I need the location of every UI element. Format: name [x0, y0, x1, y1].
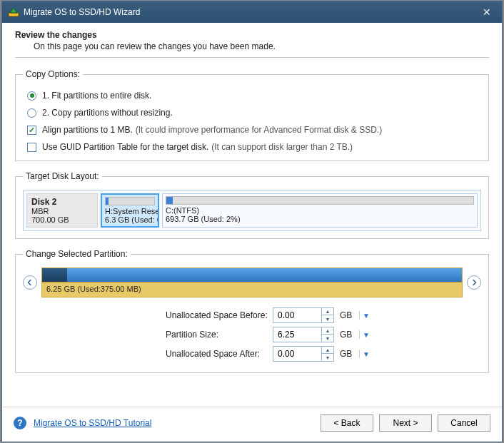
unallocated-before-field[interactable] — [273, 307, 321, 323]
copy-without-resize-label: 2. Copy partitions without resizing. — [42, 108, 173, 118]
titlebar[interactable]: Migrate OS to SSD/HD Wizard × — [2, 1, 502, 23]
wizard-window: Migrate OS to SSD/HD Wizard × Review the… — [1, 1, 503, 442]
spinner[interactable]: ▲▼ — [321, 346, 334, 362]
footer: ? Migrate OS to SSD/HD Tutorial < Back N… — [2, 407, 502, 442]
selected-partition-summary: 6.25 GB (Used:375.00 MB) — [42, 282, 462, 295]
spin-up-icon[interactable]: ▲ — [322, 347, 333, 354]
unallocated-after-row: Unallocated Space After: ▲▼ GB ▼ — [23, 346, 481, 362]
checkbox-icon[interactable] — [27, 143, 36, 152]
gpt-note: (It can support disk larger than 2 TB.) — [211, 142, 353, 152]
partition-size-field[interactable] — [273, 327, 321, 342]
page-title: Review the changes — [15, 30, 489, 40]
chevron-right-icon — [471, 280, 477, 285]
spin-down-icon[interactable]: ▼ — [322, 354, 333, 361]
chevron-left-icon — [27, 280, 33, 285]
change-partition-group: Change Selected Partition: 6.25 GB (Used… — [15, 249, 489, 373]
partition-size: 693.7 GB (Used: 2%) — [166, 215, 474, 223]
used-region — [42, 268, 67, 282]
next-partition-button[interactable] — [467, 275, 481, 290]
unallocated-after-input[interactable]: ▲▼ — [273, 346, 334, 362]
unit-label: GB — [340, 349, 352, 359]
radio-icon[interactable] — [27, 108, 36, 118]
change-partition-legend: Change Selected Partition: — [23, 249, 131, 259]
fit-partitions-option[interactable]: 1. Fit partitions to entire disk. — [27, 91, 481, 101]
copy-options-legend: Copy Options: — [23, 69, 83, 79]
unit-dropdown[interactable]: ▼ — [359, 311, 368, 320]
unit-dropdown[interactable]: ▼ — [359, 330, 368, 339]
cancel-button[interactable]: Cancel — [438, 414, 490, 432]
disk-info: Disk 2 MBR 700.00 GB — [26, 193, 98, 228]
disk-size: 700.00 GB — [31, 215, 93, 224]
unallocated-before-label: Unallocated Space Before: — [166, 310, 273, 320]
spinner[interactable]: ▲▼ — [321, 327, 334, 342]
gpt-label: Use GUID Partition Table for the target … — [42, 142, 208, 152]
wizard-buttons: < Back Next > Cancel — [321, 414, 490, 432]
unallocated-after-label: Unallocated Space After: — [166, 349, 273, 359]
align-partitions-note: (It could improve performance for Advanc… — [136, 125, 382, 135]
page-subtitle: On this page you can review the changes … — [34, 41, 489, 51]
disk-name: Disk 2 — [31, 197, 93, 207]
partition-h-system-reserved[interactable]: H:System Reserved 6.3 GB (Used: 6%) — [101, 193, 159, 228]
partition-bar[interactable] — [42, 268, 462, 282]
radio-icon[interactable] — [27, 91, 36, 101]
content-area: Review the changes On this page you can … — [2, 23, 502, 407]
partition-size-label: Partition Size: — [166, 330, 273, 340]
svg-rect-0 — [9, 13, 19, 16]
divider — [15, 57, 489, 58]
tutorial-link[interactable]: Migrate OS to SSD/HD Tutorial — [34, 418, 151, 428]
target-disk-legend: Target Disk Layout: — [23, 171, 102, 181]
prev-partition-button[interactable] — [23, 275, 37, 290]
unit-dropdown[interactable]: ▼ — [359, 350, 368, 358]
unallocated-after-field[interactable] — [273, 346, 321, 362]
spin-down-icon[interactable]: ▼ — [322, 315, 333, 322]
disk-scheme: MBR — [31, 207, 93, 215]
target-disk-layout-group: Target Disk Layout: Disk 2 MBR 700.00 GB… — [15, 171, 489, 239]
copy-without-resize-option[interactable]: 2. Copy partitions without resizing. — [27, 108, 481, 118]
spinner[interactable]: ▲▼ — [321, 307, 334, 323]
unit-label: GB — [340, 330, 352, 340]
spin-up-icon[interactable]: ▲ — [322, 327, 333, 335]
align-partitions-option[interactable]: ✓ Align partitions to 1 MB. (It could im… — [27, 125, 481, 135]
spin-up-icon[interactable]: ▲ — [322, 308, 333, 315]
partition-size-input[interactable]: ▲▼ — [273, 327, 334, 342]
usage-bar — [105, 197, 155, 205]
partition-selector: 6.25 GB (Used:375.00 MB) — [23, 268, 481, 297]
window-title: Migrate OS to SSD/HD Wizard — [24, 7, 140, 17]
app-icon — [8, 6, 19, 18]
partition-label: C:(NTFS) — [166, 206, 474, 215]
help-icon[interactable]: ? — [14, 417, 26, 429]
close-icon[interactable]: × — [477, 4, 496, 21]
disk-layout-row: Disk 2 MBR 700.00 GB H:System Reserved 6… — [23, 190, 481, 231]
unallocated-before-row: Unallocated Space Before: ▲▼ GB ▼ — [23, 307, 481, 323]
partition-size: 6.3 GB (Used: 6%) — [105, 215, 155, 224]
fit-partitions-label: 1. Fit partitions to entire disk. — [42, 91, 151, 101]
gpt-option[interactable]: Use GUID Partition Table for the target … — [27, 142, 481, 152]
next-button[interactable]: Next > — [379, 414, 432, 432]
usage-bar — [166, 196, 474, 205]
unit-label: GB — [340, 310, 352, 320]
copy-options-group: Copy Options: 1. Fit partitions to entir… — [15, 69, 489, 161]
partition-label: H:System Reserved — [105, 207, 155, 215]
checkbox-icon[interactable]: ✓ — [27, 126, 36, 135]
partition-c-ntfs[interactable]: C:(NTFS) 693.7 GB (Used: 2%) — [162, 193, 478, 228]
partition-size-form: Unallocated Space Before: ▲▼ GB ▼ Partit… — [23, 307, 481, 362]
selected-partition-slider[interactable]: 6.25 GB (Used:375.00 MB) — [41, 268, 463, 297]
align-partitions-label: Align partitions to 1 MB. — [42, 125, 133, 135]
spin-down-icon[interactable]: ▼ — [322, 335, 333, 342]
back-button[interactable]: < Back — [321, 414, 373, 432]
partition-size-row: Partition Size: ▲▼ GB ▼ — [23, 327, 481, 342]
unallocated-before-input[interactable]: ▲▼ — [273, 307, 334, 323]
